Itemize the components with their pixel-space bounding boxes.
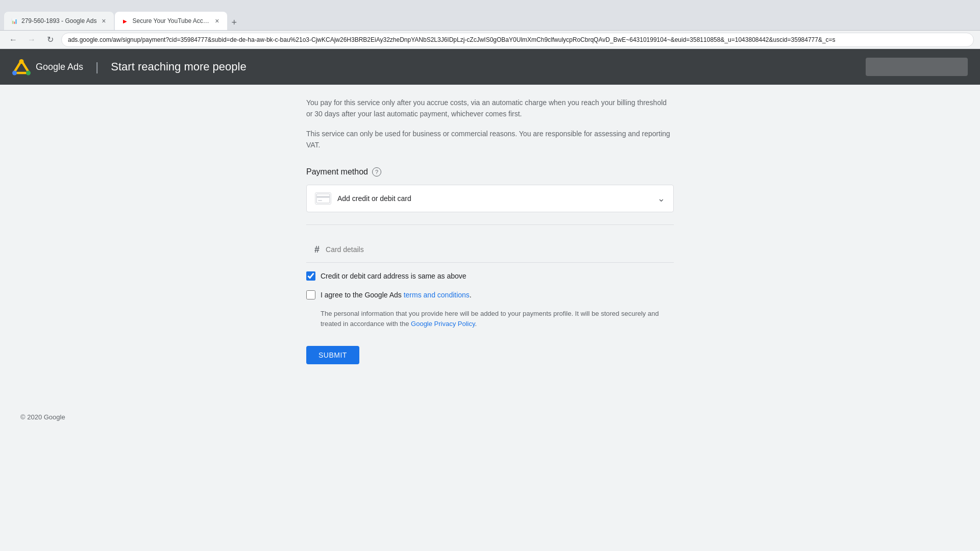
google-privacy-policy-link[interactable]: Google Privacy Policy bbox=[411, 320, 475, 328]
page-title: Start reaching more people bbox=[111, 60, 246, 73]
reload-button[interactable]: ↻ bbox=[43, 33, 57, 47]
card-details-input[interactable] bbox=[326, 245, 666, 254]
logo-text: Google Ads bbox=[36, 62, 83, 72]
credit-card-label: Add credit or debit card bbox=[337, 194, 651, 203]
credit-card-icon bbox=[315, 192, 331, 205]
svg-rect-4 bbox=[316, 194, 330, 203]
tab-favicon-ads: 📊 bbox=[10, 17, 18, 25]
terms-checkbox-row: I agree to the Google Ads terms and cond… bbox=[306, 290, 674, 300]
tab-title-youtube: Secure Your YouTube Accoun... bbox=[132, 17, 210, 24]
same-address-checkbox-wrapper[interactable] bbox=[306, 271, 315, 281]
terms-checkbox-wrapper[interactable] bbox=[306, 290, 315, 299]
same-address-checkbox-row: Credit or debit card address is same as … bbox=[306, 271, 674, 282]
terms-label[interactable]: I agree to the Google Ads terms and cond… bbox=[321, 290, 472, 300]
terms-checkbox[interactable] bbox=[306, 290, 315, 299]
browser-chrome: 📊 279-560-1893 - Google Ads × ▶ Secure Y… bbox=[0, 0, 980, 31]
forward-button[interactable]: → bbox=[24, 33, 39, 47]
copyright-text: © 2020 Google bbox=[20, 413, 65, 421]
card-details-row: # bbox=[306, 237, 674, 263]
privacy-text: The personal information that you provid… bbox=[321, 309, 674, 330]
payment-method-header: Payment method ? bbox=[306, 167, 674, 177]
chevron-down-icon: ⌄ bbox=[657, 193, 665, 204]
tab-youtube[interactable]: ▶ Secure Your YouTube Accoun... × bbox=[115, 12, 227, 30]
payment-method-section: Payment method ? Add credit or debit car… bbox=[306, 167, 674, 365]
google-ads-logo: Google Ads bbox=[12, 58, 83, 76]
tab-favicon-youtube: ▶ bbox=[121, 17, 129, 25]
card-svg-icon bbox=[316, 193, 330, 204]
svg-rect-5 bbox=[316, 196, 330, 198]
help-icon[interactable]: ? bbox=[372, 167, 381, 177]
svg-point-1 bbox=[12, 71, 17, 76]
terms-label-after: . bbox=[470, 291, 472, 299]
add-credit-card-row[interactable]: Add credit or debit card ⌄ bbox=[306, 185, 674, 212]
billing-info-paragraph1: You pay for this service only after you … bbox=[306, 97, 674, 120]
svg-point-2 bbox=[26, 71, 31, 76]
payment-method-title: Payment method bbox=[306, 167, 368, 177]
privacy-text-before: The personal information that you provid… bbox=[321, 310, 659, 328]
tab-close-youtube[interactable]: × bbox=[213, 17, 221, 25]
page-footer: © 2020 Google bbox=[0, 405, 980, 429]
main-content: You pay for this service only after you … bbox=[286, 85, 694, 405]
browser-tabs: 📊 279-560-1893 - Google Ads × ▶ Secure Y… bbox=[4, 0, 240, 30]
new-tab-button[interactable]: + bbox=[228, 15, 240, 30]
terms-and-conditions-link[interactable]: terms and conditions bbox=[404, 291, 470, 299]
address-bar[interactable]: ads.google.com/aw/signup/payment?cid=359… bbox=[61, 33, 974, 47]
section-divider bbox=[306, 224, 674, 225]
header-divider: | bbox=[95, 60, 99, 74]
tab-title-ads: 279-560-1893 - Google Ads bbox=[21, 17, 96, 24]
svg-rect-6 bbox=[318, 200, 322, 201]
tab-google-ads[interactable]: 📊 279-560-1893 - Google Ads × bbox=[4, 12, 114, 30]
same-address-label[interactable]: Credit or debit card address is same as … bbox=[321, 271, 467, 282]
header-right-placeholder bbox=[866, 58, 968, 76]
app-header: Google Ads | Start reaching more people bbox=[0, 49, 980, 85]
billing-info-paragraph2: This service can only be used for busine… bbox=[306, 128, 674, 151]
terms-label-before: I agree to the Google Ads bbox=[321, 291, 404, 299]
google-ads-logo-icon bbox=[12, 58, 31, 76]
address-bar-row: ← → ↻ ads.google.com/aw/signup/payment?c… bbox=[0, 31, 980, 49]
same-address-checkbox[interactable] bbox=[306, 271, 315, 281]
url-text: ads.google.com/aw/signup/payment?cid=359… bbox=[68, 36, 836, 43]
hash-icon: # bbox=[314, 244, 320, 255]
privacy-text-after: . bbox=[475, 320, 477, 328]
tab-close-ads[interactable]: × bbox=[100, 17, 108, 25]
svg-point-3 bbox=[19, 59, 24, 64]
back-button[interactable]: ← bbox=[6, 33, 20, 47]
submit-button[interactable]: SUBMIT bbox=[306, 346, 359, 364]
